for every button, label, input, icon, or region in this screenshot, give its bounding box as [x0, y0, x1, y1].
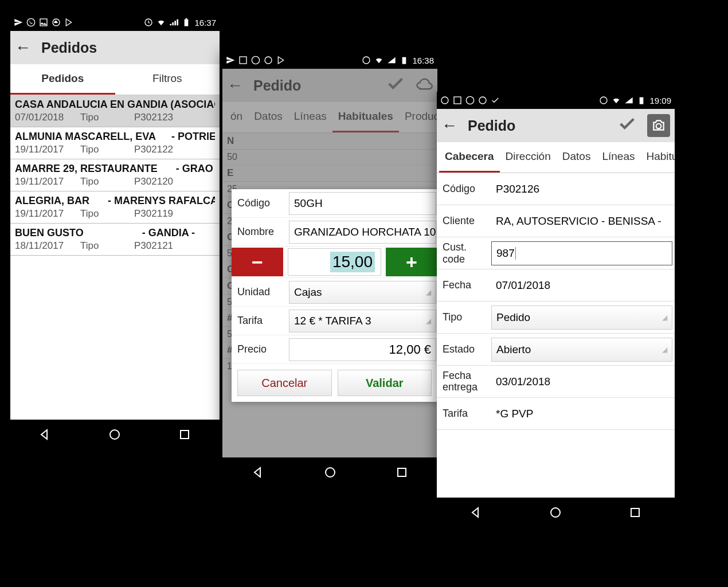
fecha-field[interactable]: 07/01/2018: [491, 273, 672, 298]
estado-select[interactable]: Abierto◢: [491, 338, 672, 362]
tab-filtros[interactable]: Filtros: [115, 64, 220, 95]
sync-icon: [599, 96, 608, 105]
tab-productos[interactable]: Productos: [399, 102, 437, 132]
nav-back-icon[interactable]: [252, 465, 265, 479]
confirm-button[interactable]: [386, 74, 405, 97]
order-date: 19/11/2017: [15, 144, 72, 155]
precio-label: Precio: [232, 343, 289, 355]
cust-code-input[interactable]: 987: [491, 241, 672, 265]
nav-back-icon[interactable]: [469, 506, 483, 519]
tab-direccion[interactable]: Dirección: [500, 142, 557, 173]
unidad-select[interactable]: Cajas◢: [289, 281, 436, 304]
tabs: Cabecera Dirección Datos Líneas Habitual…: [437, 142, 675, 173]
svg-point-10: [265, 57, 272, 64]
signal-icon: [169, 18, 178, 27]
wifi-icon: [612, 96, 621, 105]
estado-label: Estado: [437, 343, 491, 355]
order-name: CASA ANDALUCIA EN GANDIA (ASOCIACIÓN: [15, 99, 215, 111]
cancel-button[interactable]: Cancelar: [237, 370, 332, 396]
bg-h: N: [227, 135, 234, 147]
play-icon: [276, 56, 285, 65]
order-item[interactable]: CASA ANDALUCIA EN GANDIA (ASOCIACIÓN 07/…: [10, 95, 220, 127]
nav-recent-icon[interactable]: [178, 428, 191, 441]
order-code: P302121: [134, 240, 173, 252]
tab-pedidos[interactable]: Pedidos: [10, 64, 115, 95]
play-icon: [64, 18, 73, 27]
codigo-field: P302126: [491, 177, 672, 201]
svg-rect-16: [454, 97, 461, 104]
sync-icon: [144, 18, 153, 27]
clock: 16:37: [194, 18, 216, 28]
order-type: Tipo: [80, 112, 126, 123]
nav-back-icon[interactable]: [38, 428, 52, 441]
svg-point-21: [656, 124, 662, 129]
precio-field[interactable]: 12,00 €: [289, 338, 436, 361]
tab-habituales[interactable]: Habituales: [640, 142, 675, 173]
battery-icon: [400, 56, 409, 65]
codigo-label: Código: [232, 197, 289, 209]
unidad-label: Unidad: [232, 286, 289, 298]
tab-cabecera[interactable]: Cabecera: [439, 142, 500, 173]
battery-icon: [637, 96, 646, 105]
entrega-field[interactable]: 03/01/2018: [491, 370, 672, 394]
battery-icon: [182, 18, 191, 27]
tarifa-label: Tarifa: [232, 315, 289, 327]
tab-lineas[interactable]: Líneas: [288, 102, 332, 132]
tarifa-select[interactable]: 12 € * TARIFA 3◢: [289, 310, 436, 332]
order-item[interactable]: AMARRE 29, RESTAURANTE - GRAO - 19/11/20…: [10, 159, 220, 191]
phone-pedido-dialog: 16:38 ← Pedido ón Datos Líneas Habituale…: [222, 52, 437, 487]
order-name: AMARRE 29, RESTAURANTE: [15, 163, 158, 175]
svg-point-18: [479, 97, 486, 104]
tab-datos[interactable]: Datos: [557, 142, 597, 173]
order-name: ALMUNIA MASCARELL, EVA: [15, 131, 156, 143]
app-header: ← Pedido: [222, 69, 437, 102]
nav-recent-icon[interactable]: [395, 465, 409, 479]
cliente-field[interactable]: RA, AUTOSERVICIO - BENISSA -: [491, 209, 672, 233]
tabs: ón Datos Líneas Habituales Productos T: [222, 102, 437, 133]
nav-bar: [222, 457, 437, 487]
nav-bar: [10, 420, 220, 449]
order-item[interactable]: ALMUNIA MASCARELL, EVA - POTRIES 19/11/2…: [10, 127, 220, 159]
order-loc: - GRAO -: [176, 163, 215, 175]
order-name: ALEGRIA, BAR: [15, 195, 89, 207]
svg-rect-4: [185, 19, 189, 26]
order-code: P302119: [134, 208, 173, 220]
cloud-sync-icon[interactable]: [416, 77, 433, 94]
cloud-icon: [52, 18, 61, 27]
send-icon: [14, 18, 23, 27]
header-title: Pedido: [253, 77, 301, 94]
order-form: Código P302126 Cliente RA, AUTOSERVICIO …: [437, 173, 675, 498]
codigo-field[interactable]: 50GH: [289, 192, 436, 215]
svg-point-6: [110, 430, 119, 439]
check-icon: [491, 96, 500, 105]
tab-direccion-partial[interactable]: ón: [225, 102, 248, 132]
signal-icon: [624, 96, 633, 105]
nav-recent-icon[interactable]: [628, 506, 642, 519]
back-button[interactable]: ←: [441, 116, 457, 135]
order-item[interactable]: BUEN GUSTO - GANDIA - 18/11/2017TipoP302…: [10, 224, 220, 256]
tab-lineas[interactable]: Líneas: [596, 142, 640, 173]
order-type: Tipo: [80, 208, 126, 220]
orders-list[interactable]: CASA ANDALUCIA EN GANDIA (ASOCIACIÓN 07/…: [10, 95, 220, 420]
nav-home-icon[interactable]: [108, 428, 122, 441]
validate-button[interactable]: Validar: [338, 370, 432, 396]
tipo-select[interactable]: Pedido◢: [491, 306, 672, 330]
plus-button[interactable]: +: [386, 248, 437, 276]
quantity-field[interactable]: 15,00: [288, 248, 381, 276]
cloud-icon: [440, 96, 449, 105]
tab-datos[interactable]: Datos: [248, 102, 288, 132]
tab-habituales[interactable]: Habituales: [332, 102, 399, 132]
camera-button[interactable]: [647, 114, 670, 137]
nav-home-icon[interactable]: [323, 465, 337, 479]
order-item[interactable]: ALEGRIA, BAR - MARENYS RAFALCAID 19/11/2…: [10, 191, 220, 224]
tarifa-field[interactable]: *G PVP: [491, 402, 672, 426]
nav-home-icon[interactable]: [549, 506, 562, 519]
back-button[interactable]: ←: [227, 76, 243, 95]
svg-point-22: [551, 508, 560, 517]
confirm-button[interactable]: [617, 114, 637, 137]
whatsapp-icon: [26, 18, 36, 27]
minus-button[interactable]: −: [232, 248, 283, 276]
back-button[interactable]: ←: [15, 38, 31, 57]
svg-point-19: [600, 97, 607, 104]
nombre-field[interactable]: GRANIZADO HORCHATA 10x: [289, 221, 436, 244]
